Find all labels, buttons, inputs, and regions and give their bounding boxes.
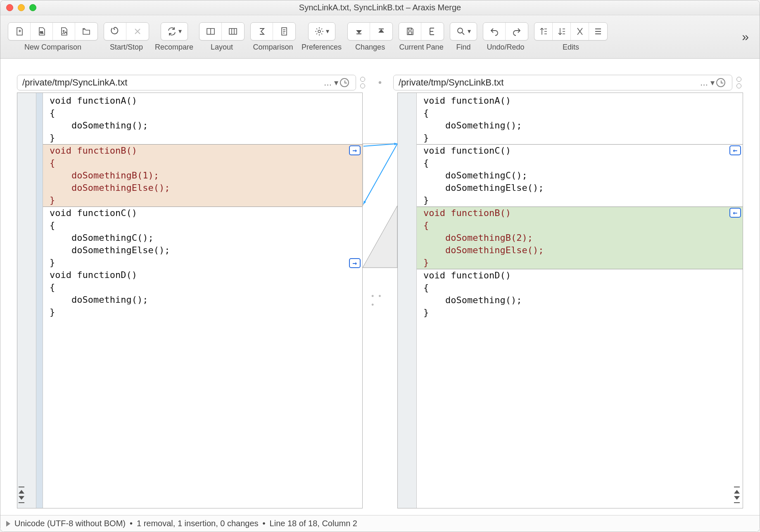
toolbar-label: Current Pane [399,43,444,52]
toolbar-label: Layout [211,43,233,52]
toolbar-label: Preferences [302,43,342,52]
save-pane-button[interactable] [399,23,421,40]
left-path-input[interactable]: /private/tmp/SyncLinkA.txt … ▾ [17,75,356,90]
new-folder-button[interactable] [75,23,97,40]
left-overview-strip[interactable] [36,93,43,508]
svg-point-5 [318,30,321,33]
history-icon[interactable] [716,78,725,87]
minimize-icon[interactable] [18,4,25,11]
code-line: } [43,306,362,318]
code-line: doSomethingC(); [417,169,743,182]
layout-2way-button[interactable] [200,23,222,40]
path-menu-icon[interactable]: … ▾ [700,78,715,88]
code-line: { [43,157,362,169]
start-button[interactable] [104,23,126,40]
code-line: void functionB() [417,207,743,219]
toolbar-group-undo-redo: Undo/Redo [483,22,528,52]
code-line: { [417,219,743,232]
code-line: void functionC() [43,207,362,219]
prev-change-button[interactable] [348,23,370,40]
code-line: void functionD() [43,269,362,281]
code-line: } [417,306,743,319]
svg-text:01: 01 [40,31,43,34]
recompare-button[interactable]: ▾ [161,23,188,40]
push-right-icon[interactable]: → [349,258,361,268]
center-handle-icon[interactable]: • • • [371,292,389,309]
find-button[interactable]: ▾ [450,23,477,40]
toolbar-group-edits: Edits [534,22,608,52]
toolbar-label: Find [456,43,471,52]
code-line: { [43,281,362,294]
svg-marker-9 [363,206,397,268]
edit-down-button[interactable] [553,23,571,40]
cmp-sigma-button[interactable] [251,23,273,40]
new-image-button[interactable] [53,23,75,40]
new-file-button[interactable] [8,23,31,40]
code-line: { [417,107,743,119]
toolbar-label: Changes [355,43,385,52]
sync-indicator-left[interactable] [360,76,367,90]
svg-marker-12 [363,201,366,204]
code-line: { [43,219,362,232]
code-line: void functionD() [417,269,743,282]
toolbar-group-find: ▾ Find [450,22,477,52]
code-line: { [417,157,743,169]
path-menu-icon[interactable]: … ▾ [323,78,338,88]
edit-pane-button[interactable] [421,23,444,40]
sync-indicator-right[interactable] [736,76,743,90]
new-binary-button[interactable]: 01 [31,23,53,40]
left-code[interactable]: void functionA(){ doSomething();}void fu… [43,93,362,508]
stop-button[interactable] [126,23,149,40]
code-line: void functionB() [43,145,362,157]
layout-3way-button[interactable] [222,23,244,40]
cmp-report-button[interactable] [273,23,295,40]
preferences-button[interactable]: ▾ [309,23,335,40]
toolbar-label: New Comparison [24,43,81,52]
code-line: } [43,194,362,207]
left-pane[interactable]: void functionA(){ doSomething();}void fu… [17,93,363,508]
redo-button[interactable] [506,23,528,40]
code-line: doSomethingB(2); [417,232,743,244]
right-pane[interactable]: void functionA(){ doSomething();}void fu… [397,93,743,508]
history-icon[interactable] [340,78,349,87]
status-position: Line 18 of 18, Column 2 [270,519,357,528]
center-linker: • • • [363,93,397,508]
push-left-icon[interactable]: ← [729,208,741,218]
code-line: void functionA() [43,95,362,107]
edit-merge-button[interactable] [571,23,589,40]
code-line: } [417,132,743,144]
edit-list-button[interactable] [589,23,607,40]
right-path-text: /private/tmp/SyncLinkB.txt [399,77,697,88]
toolbar-group-layout: Layout [199,22,245,52]
code-line: doSomethingElse(); [43,244,362,256]
toolbar-overflow-icon[interactable]: » [739,30,752,44]
toolbar-group-start-stop: Start/Stop [104,22,149,52]
right-nav-buttons[interactable] [734,478,741,503]
undo-button[interactable] [483,23,506,40]
right-code[interactable]: void functionA(){ doSomething();}void fu… [417,93,743,508]
toolbar-group-preferences: ▾ Preferences [302,22,342,52]
code-line: doSomethingC(); [43,232,362,244]
status-play-icon[interactable] [6,521,10,527]
window-title: SyncLinkA.txt, SyncLinkB.txt – Araxis Me… [299,3,461,12]
toolbar-label: Comparison [253,43,293,52]
toolbar-label: Edits [563,43,579,52]
push-right-icon[interactable]: → [349,145,361,155]
app-window: SyncLinkA.txt, SyncLinkB.txt – Araxis Me… [0,0,760,532]
left-path-text: /private/tmp/SyncLinkA.txt [22,77,321,88]
code-line: doSomething(); [43,119,362,132]
zoom-icon[interactable] [29,4,36,11]
status-bar: Unicode (UTF-8 without BOM) • 1 removal,… [0,515,760,532]
right-path-input[interactable]: /private/tmp/SyncLinkB.txt … ▾ [393,75,732,90]
code-line: doSomething(); [43,294,362,306]
push-left-icon[interactable]: ← [729,145,741,155]
svg-line-13 [363,144,397,146]
titlebar: SyncLinkA.txt, SyncLinkB.txt – Araxis Me… [0,0,760,15]
svg-point-8 [458,28,463,33]
svg-rect-3 [229,28,237,34]
svg-line-11 [363,144,397,204]
next-change-button[interactable] [370,23,392,40]
close-icon[interactable] [6,4,13,11]
left-nav-buttons[interactable] [19,478,26,503]
edit-up-button[interactable] [534,23,553,40]
